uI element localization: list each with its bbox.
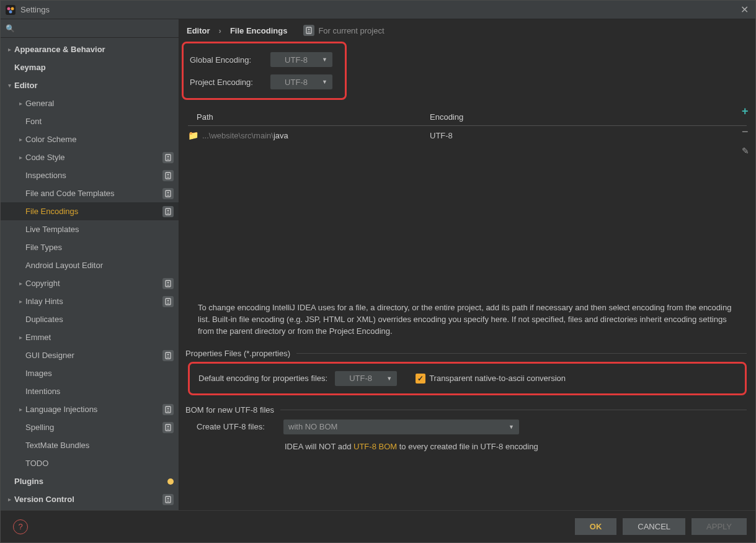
svg-rect-24 bbox=[306, 27, 311, 34]
help-button[interactable]: ? bbox=[13, 519, 28, 534]
project-scope-icon bbox=[162, 188, 174, 199]
sidebar-item-general[interactable]: ▸General bbox=[1, 94, 179, 112]
properties-section-header: Properties Files (*.properties) bbox=[185, 349, 755, 358]
sidebar-item-label: Code Style bbox=[25, 153, 162, 162]
project-encoding-combo[interactable]: UTF-8 ▼ bbox=[270, 74, 332, 89]
column-encoding[interactable]: Encoding bbox=[430, 109, 747, 125]
cancel-button[interactable]: CANCEL bbox=[623, 518, 685, 535]
svg-point-2 bbox=[11, 7, 14, 10]
sidebar-item-duplicates[interactable]: Duplicates bbox=[1, 310, 179, 328]
sidebar-item-android-layout-editor[interactable]: Android Layout Editor bbox=[1, 256, 179, 274]
sidebar-item-gui-designer[interactable]: GUI Designer bbox=[1, 346, 179, 364]
project-encoding-value: UTF-8 bbox=[275, 78, 317, 87]
sidebar-item-font[interactable]: Font bbox=[1, 112, 179, 130]
sidebar-item-keymap[interactable]: Keymap bbox=[1, 58, 179, 76]
sidebar-item-textmate-bundles[interactable]: TextMate Bundles bbox=[1, 436, 179, 454]
chevron-right-icon[interactable]: ▸ bbox=[16, 99, 25, 109]
sidebar-item-code-style[interactable]: ▸Code Style bbox=[1, 148, 179, 166]
transparent-conversion-label: Transparent native-to-ascii conversion bbox=[429, 374, 566, 383]
svg-rect-4 bbox=[166, 155, 171, 161]
sidebar-item-label: General bbox=[25, 99, 174, 108]
edit-button[interactable]: ✎ bbox=[742, 146, 749, 156]
chevron-right-icon[interactable]: ▸ bbox=[4, 45, 14, 55]
sidebar-item-color-scheme[interactable]: ▸Color Scheme bbox=[1, 130, 179, 148]
encoding-highlight-box: Global Encoding: UTF-8 ▼ Project Encodin… bbox=[182, 42, 347, 100]
svg-rect-22 bbox=[166, 496, 171, 503]
window-title: Settings bbox=[20, 5, 50, 14]
project-scope-icon bbox=[162, 494, 174, 505]
transparent-conversion-checkbox[interactable]: ✓ bbox=[416, 374, 425, 384]
sidebar-item-inlay-hints[interactable]: ▸Inlay Hints bbox=[1, 292, 179, 310]
bom-row: Create UTF-8 files: with NO BOM ▼ bbox=[197, 420, 747, 434]
sidebar-item-images[interactable]: Images bbox=[1, 364, 179, 382]
create-utf8-combo[interactable]: with NO BOM ▼ bbox=[283, 420, 519, 434]
sidebar-item-live-templates[interactable]: Live Templates bbox=[1, 220, 179, 238]
sidebar-item-file-and-code-templates[interactable]: File and Code Templates bbox=[1, 184, 179, 202]
svg-rect-0 bbox=[6, 5, 16, 15]
default-props-encoding-combo[interactable]: UTF-8 ▼ bbox=[335, 371, 397, 386]
sidebar-item-todo[interactable]: TODO bbox=[1, 454, 179, 472]
chevron-right-icon[interactable]: ▸ bbox=[16, 405, 25, 415]
global-encoding-label: Global Encoding: bbox=[190, 55, 270, 65]
sidebar-item-editor[interactable]: ▾Editor bbox=[1, 76, 179, 94]
sidebar-item-version-control[interactable]: ▸Version Control bbox=[1, 490, 179, 508]
ok-button[interactable]: OK bbox=[575, 518, 617, 535]
chevron-right-icon[interactable]: ▸ bbox=[16, 153, 25, 163]
chevron-right-icon[interactable]: ▸ bbox=[16, 333, 25, 343]
content-panel: Editor › File Encodings For current proj… bbox=[179, 19, 755, 510]
bom-section-title: BOM for new UTF-8 files bbox=[185, 405, 274, 415]
for-current-project: For current project bbox=[303, 25, 384, 36]
sidebar-item-emmet[interactable]: ▸Emmet bbox=[1, 328, 179, 346]
sidebar-item-label: Plugins bbox=[14, 477, 167, 486]
project-scope-icon bbox=[303, 25, 314, 36]
sidebar-item-copyright[interactable]: ▸Copyright bbox=[1, 274, 179, 292]
chevron-right-icon[interactable]: ▸ bbox=[16, 297, 25, 307]
table-row[interactable]: 📁...\website\src\main\javaUTF-8 bbox=[188, 126, 747, 145]
properties-section-title: Properties Files (*.properties) bbox=[185, 349, 290, 358]
sidebar-item-label: GUI Designer bbox=[25, 351, 162, 360]
svg-point-11 bbox=[167, 210, 169, 212]
svg-point-3 bbox=[9, 10, 12, 13]
bom-section-header: BOM for new UTF-8 files bbox=[185, 405, 755, 415]
svg-rect-14 bbox=[166, 298, 171, 305]
path-prefix: ...\website\src\main\ bbox=[202, 131, 273, 140]
project-encoding-label: Project Encoding: bbox=[190, 78, 270, 87]
sidebar-item-label: File Types bbox=[25, 243, 174, 252]
search-icon: 🔍 bbox=[6, 24, 15, 33]
breadcrumb-file-encodings: File Encodings bbox=[230, 26, 287, 35]
chevron-right-icon[interactable]: ▸ bbox=[4, 495, 14, 505]
chevron-down-icon: ▼ bbox=[386, 375, 392, 382]
add-button[interactable]: + bbox=[742, 105, 749, 118]
create-utf8-label: Create UTF-8 files: bbox=[197, 422, 283, 431]
sidebar-item-label: Spelling bbox=[25, 423, 162, 432]
encoding-help-text: To change encoding IntelliJ IDEA uses fo… bbox=[198, 302, 737, 338]
sidebar-item-plugins[interactable]: Plugins bbox=[1, 472, 179, 490]
column-path[interactable]: Path bbox=[188, 109, 430, 125]
chevron-right-icon[interactable]: ▸ bbox=[16, 135, 25, 145]
sidebar-item-label: Intentions bbox=[25, 387, 174, 396]
search-input[interactable] bbox=[17, 24, 174, 33]
sidebar-item-inspections[interactable]: Inspections bbox=[1, 166, 179, 184]
svg-point-25 bbox=[308, 29, 310, 30]
sidebar-item-language-injections[interactable]: ▸Language Injections bbox=[1, 400, 179, 418]
settings-tree[interactable]: ▸Appearance & BehaviorKeymap▾Editor▸Gene… bbox=[1, 38, 179, 510]
sidebar-item-appearance-behavior[interactable]: ▸Appearance & Behavior bbox=[1, 40, 179, 58]
apply-button[interactable]: APPLY bbox=[692, 518, 747, 535]
sidebar-item-intentions[interactable]: Intentions bbox=[1, 382, 179, 400]
close-icon[interactable]: ✕ bbox=[738, 4, 750, 16]
footer: ? OK CANCEL APPLY bbox=[1, 510, 755, 542]
global-encoding-combo[interactable]: UTF-8 ▼ bbox=[270, 52, 332, 67]
chevron-down-icon[interactable]: ▾ bbox=[4, 81, 14, 91]
chevron-right-icon[interactable]: ▸ bbox=[16, 279, 25, 289]
sidebar-item-spelling[interactable]: Spelling bbox=[1, 418, 179, 436]
sidebar-item-file-encodings[interactable]: File Encodings bbox=[1, 202, 179, 220]
svg-rect-6 bbox=[166, 173, 171, 179]
sidebar-item-label: Appearance & Behavior bbox=[14, 45, 174, 54]
remove-button[interactable]: − bbox=[742, 125, 749, 138]
sidebar-item-label: Copyright bbox=[25, 279, 162, 288]
sidebar-item-label: Inlay Hints bbox=[25, 297, 162, 306]
sidebar-item-file-types[interactable]: File Types bbox=[1, 238, 179, 256]
project-scope-icon bbox=[162, 404, 174, 415]
sidebar-item-label: Images bbox=[25, 369, 174, 378]
bom-info-text: IDEA will NOT add UTF-8 BOM to every cre… bbox=[285, 442, 747, 451]
